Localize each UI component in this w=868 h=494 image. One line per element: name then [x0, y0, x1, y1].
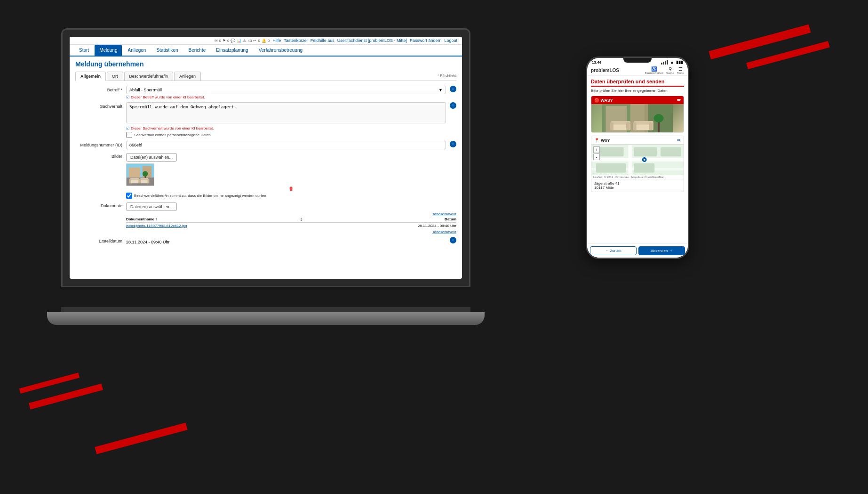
svg-rect-30: [591, 158, 684, 162]
sofa-scene-svg: [591, 104, 684, 132]
dokumente-label: Dokumente: [75, 202, 122, 208]
page-title: Meldung übernehmen: [75, 60, 456, 68]
laptop-device: ✉0 ⚑0 💬 📊 ⚠43 ↩0 🔔0 Hilfe Tastenkürzel F…: [61, 28, 485, 334]
meldungsnummer-label: Meldungsnummer (ID): [75, 141, 122, 147]
envelope-count: 0: [219, 39, 221, 43]
nav-berichte[interactable]: Berichte: [184, 45, 211, 57]
was-card-header: 🔴 WAS? ✏: [591, 96, 684, 104]
menu-icon[interactable]: ☰: [677, 66, 684, 72]
location-pin-icon: 📍: [594, 138, 599, 143]
sofa-image-preview: [126, 163, 154, 186]
required-note: * Pflichtfeld: [202, 72, 456, 81]
dokument-filename-link[interactable]: istockphoto-115077992-612x612.jpg: [126, 224, 187, 228]
menu-label: Menü: [677, 72, 684, 74]
nav-start[interactable]: Start: [74, 45, 94, 57]
phone-bottom-bar: ← Zurück Absenden →: [587, 243, 688, 258]
svg-rect-22: [626, 122, 630, 130]
wo-text: Wo?: [601, 138, 610, 143]
search-nav-item: ⚲ Suche: [666, 66, 674, 74]
betreff-ai-notice: Dieser Betreff wurde von einer KI bearbe…: [126, 95, 446, 99]
tab-anliegen[interactable]: Anliegen: [174, 72, 201, 81]
topbar-icons: ✉0 ⚑0 💬 📊 ⚠43 ↩0 🔔0: [215, 39, 270, 43]
sachverhalt-checkbox-label: Sachverhalt enthält personenbezogene Dat…: [134, 133, 211, 137]
send-button[interactable]: Absenden →: [638, 246, 685, 255]
passwort-link[interactable]: Passwort ändern: [410, 38, 442, 43]
col-dokumentname: Dokumentname ↑: [126, 217, 157, 221]
phone-section-title: Daten überprüfen und senden: [591, 79, 684, 87]
tab-allgemein[interactable]: Allgemein: [75, 72, 106, 81]
betreff-input[interactable]: Abfall - Sperrmüll ▼: [126, 86, 446, 94]
delete-image-btn[interactable]: 🗑: [126, 186, 456, 191]
dokumente-choose-btn[interactable]: Datei(en) auswählen...: [126, 202, 177, 211]
tab-beschwerde[interactable]: Beschwerdeführer/in: [124, 72, 174, 81]
was-edit-icon[interactable]: ✏: [677, 97, 681, 103]
sachverhalt-textarea[interactable]: Sperrmüll wurde auf dem Gehweg abgelager…: [126, 102, 446, 123]
bilder-consent-label: Beschwerdeführer/in stimmt zu, dass die …: [134, 194, 266, 198]
laptop-hinge: [61, 307, 470, 312]
betreff-info-icon[interactable]: i: [450, 86, 456, 92]
wo-card: 📍 Wo? ✏: [591, 136, 684, 192]
erstelldatum-info-icon[interactable]: i: [450, 237, 456, 243]
flag-icon: ⚑: [223, 39, 226, 43]
logout-link[interactable]: Logout: [444, 38, 457, 43]
nav-verfahrensbetreuung[interactable]: Verfahrensbetreuung: [254, 45, 307, 57]
dokumente-field: Datei(en) auswählen... Tabellenlayout Do…: [126, 202, 456, 234]
svg-rect-7: [130, 178, 139, 180]
dokumente-table-header: Dokumentname ↑ ⋮ Datum: [126, 216, 456, 223]
sachverhalt-ai-notice: Dieser Sachverhalt wurde von einer KI be…: [126, 126, 446, 130]
phone-screen: 13:46 ▲ ▮▮▮ problemLOS ♿: [587, 58, 688, 258]
phone-notch: [623, 58, 652, 63]
svg-rect-11: [140, 178, 148, 180]
phone-body: 13:46 ▲ ▮▮▮ problemLOS ♿: [586, 57, 689, 259]
tastenkuerzel-link[interactable]: Tastenkürzel: [284, 38, 308, 43]
map-attribution: Leaflet | © 2019 · Omniscale · Map data:…: [591, 175, 684, 179]
hilfe-link[interactable]: Hilfe: [272, 38, 281, 43]
phone-status-icons: ▲ ▮▮▮: [661, 60, 683, 65]
tabellenlayout-link-bottom[interactable]: Tabellenlayout: [126, 230, 456, 234]
was-label: 🔴 WAS?: [594, 98, 613, 103]
sachverhalt-checkbox-row: Sachverhalt enthält personenbezogene Dat…: [126, 132, 446, 138]
nav-einsatzplanung[interactable]: Einsatzplanung: [211, 45, 253, 57]
accessibility-nav-item: ♿ Barrierefreiheit: [645, 66, 663, 74]
map-area: + -: [591, 145, 684, 175]
erstelldatum-row: Erstelldatum 28.11.2024 - 09:40 Uhr i: [75, 237, 456, 245]
svg-rect-13: [147, 179, 149, 184]
flag-count: 0: [227, 39, 229, 43]
warning-count: 43: [247, 39, 252, 43]
tabellenlayout-link-top[interactable]: Tabellenlayout: [126, 212, 456, 216]
svg-rect-31: [628, 145, 632, 175]
nav-anliegen[interactable]: Anliegen: [123, 45, 151, 57]
app-topbar: ✉0 ⚑0 💬 📊 ⚠43 ↩0 🔔0 Hilfe Tastenkürzel F…: [70, 37, 462, 45]
map-zoom-out-btn[interactable]: -: [593, 154, 600, 160]
bilder-consent-checkbox[interactable]: [126, 193, 132, 199]
bilder-choose-btn[interactable]: Datei(en) auswählen...: [126, 153, 177, 162]
svg-rect-12: [139, 179, 141, 184]
warning-icon: ⚠: [243, 39, 246, 43]
tab-ort[interactable]: Ort: [107, 72, 123, 81]
meldungsnummer-info-icon[interactable]: i: [450, 141, 456, 147]
betreff-value: Abfall - Sperrmüll: [129, 88, 162, 92]
map-zoom-in-btn[interactable]: +: [593, 146, 600, 153]
envelope-icon: ✉: [215, 39, 218, 43]
nav-statistiken[interactable]: Statistiken: [151, 45, 183, 57]
svg-rect-35: [661, 147, 681, 157]
sachverhalt-info-icon[interactable]: i: [450, 102, 456, 109]
back-button[interactable]: ← Zurück: [590, 246, 637, 255]
wo-edit-icon[interactable]: ✏: [677, 138, 681, 143]
search-icon[interactable]: ⚲: [666, 66, 674, 72]
sachverhalt-personenbezogen-checkbox[interactable]: [126, 132, 132, 138]
svg-rect-37: [634, 163, 654, 173]
svg-rect-8: [129, 179, 131, 184]
user-info-link[interactable]: User:fachdienst [problemLOS - Mitte]: [337, 38, 407, 43]
nav-meldung[interactable]: Meldung: [95, 45, 122, 57]
decorative-stripe-5: [95, 422, 187, 454]
wo-card-header: 📍 Wo? ✏: [591, 136, 684, 145]
signal-bar-1: [661, 63, 662, 65]
phone-app-name: problemLOS: [591, 68, 619, 73]
accessibility-icon[interactable]: ♿: [645, 66, 663, 72]
arrow-icon: ↩: [253, 39, 256, 43]
wo-label: 📍 Wo?: [594, 138, 610, 143]
svg-point-28: [654, 114, 664, 122]
laptop-bezel: ✉0 ⚑0 💬 📊 ⚠43 ↩0 🔔0 Hilfe Tastenkürzel F…: [61, 28, 470, 287]
feldhilfe-link[interactable]: Feldhilfe aus: [311, 38, 334, 43]
